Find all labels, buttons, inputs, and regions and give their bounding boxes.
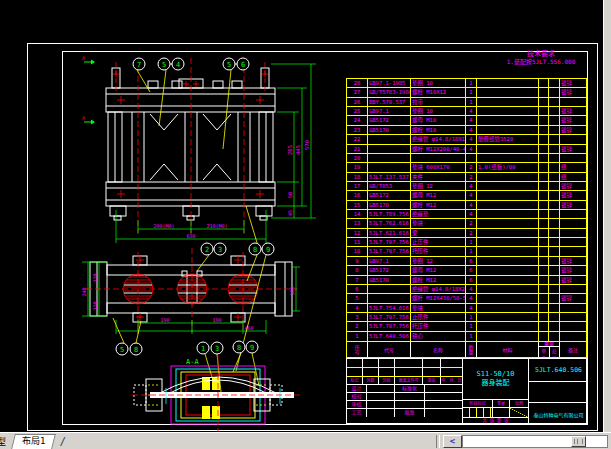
bom-header-qty: 数量: [466, 342, 477, 357]
bom-row: 26BBY.570.537拉带1: [347, 98, 586, 107]
plan-view: 240 120 120 185 190 190 460 2 3 8 9 5 8 …: [81, 243, 300, 392]
section-label: A-A: [186, 358, 199, 366]
svg-text:5: 5: [227, 61, 231, 69]
svg-text:445: 445: [295, 145, 301, 155]
model-cell: S11-50/10 器身装配: [463, 359, 528, 400]
svg-text:120: 120: [92, 273, 98, 282]
bom-row: 15JLT.640.506.1铁心1: [347, 332, 586, 341]
svg-text:190: 190: [160, 317, 169, 323]
svg-text:5: 5: [162, 61, 166, 69]
autocad-layout-canvas: { "notes": { "title": "技术要求", "line1": "…: [0, 0, 611, 449]
horizontal-scrollbar-thumb[interactable]: [571, 436, 586, 447]
bom-rows: 28GB97.1-1985垫圈 101镀锌27GB/T5783-1986螺栓 M…: [347, 79, 586, 341]
svg-text:120: 120: [92, 301, 98, 310]
drawing-title: 器身装配: [482, 379, 510, 388]
technical-notes: 技术要求 1.装配按5JLT.556.000: [493, 50, 589, 66]
sheet-count: 共 张 第 张: [463, 418, 528, 424]
revision-row: [347, 368, 462, 377]
revision-row: [347, 359, 462, 368]
bom-header-remark: 备注: [560, 342, 586, 357]
notes-title: 技术要求: [493, 50, 589, 58]
svg-text:9: 9: [250, 344, 254, 352]
svg-text:3: 3: [215, 345, 219, 353]
svg-text:570: 570: [304, 140, 310, 150]
svg-text:630: 630: [186, 233, 195, 239]
bom-row: 9GB97.1垫圈 126镀锌: [347, 257, 586, 266]
stage-header: 阶段标记 重量 比例: [463, 400, 528, 408]
bom-row: 19垫块 600X17021.0(纸板)/00组: [347, 163, 586, 172]
svg-text:8: 8: [134, 346, 138, 354]
svg-text:A: A: [82, 115, 85, 121]
bom-row: 20: [347, 154, 586, 163]
bom-row: 15GB5170螺栓 M124镀锌: [347, 201, 586, 210]
front-view: 265 50 45 445 570 200(M0) 210(M0) 630 A …: [82, 55, 316, 246]
bom-header-code: 代号: [368, 342, 411, 357]
svg-text:5: 5: [120, 346, 124, 354]
svg-text:4: 4: [176, 61, 180, 69]
bom-row: 5螺杆 M12X430/50-504镀锌: [347, 294, 586, 303]
bom-row: 45JLT.754.616.1垫块4: [347, 304, 586, 313]
bom-row: 24GB5172螺母 M104镀锌: [347, 116, 586, 125]
svg-text:200(M0): 200(M0): [153, 223, 174, 229]
section-cut-marks: A A: [82, 55, 95, 125]
plan-dimensions: [82, 262, 300, 334]
svg-text:1: 1: [201, 345, 205, 353]
bom-header-name: 名称: [411, 342, 466, 357]
svg-text:190: 190: [212, 317, 221, 323]
notes-line: 1.装配按5JLT.556.000: [493, 58, 589, 66]
scroll-left-button[interactable]: <: [443, 435, 462, 448]
bom-row: 125JLT.621.616.1梁2: [347, 229, 586, 238]
svg-text:240: 240: [81, 287, 87, 296]
svg-text:265: 265: [287, 145, 293, 155]
horizontal-scrollbar-track[interactable]: [462, 435, 608, 448]
stage-boxes: [463, 408, 528, 418]
bom-row: 145JLT.789.756.1绝缘垫4: [347, 210, 586, 219]
front-dim-text: 265 50 45 445 570 200(M0) 210(M0) 630: [153, 140, 310, 238]
bom-row: 16GB5172螺母 M124镀锌: [347, 191, 586, 200]
bom-row: 25JLT.707.756.2托压件1: [347, 322, 586, 331]
bom-header-material: 材料: [477, 342, 539, 357]
sign-row-check: 校对: [347, 393, 462, 401]
bom-row: 6绝缘管 φ14.8/18X2604: [347, 285, 586, 294]
tab-model-partial[interactable]: 型: [0, 435, 7, 448]
svg-text:8: 8: [253, 246, 257, 254]
svg-text:3: 3: [218, 246, 222, 254]
bom-row: 7GB5170螺栓 M126镀锌: [347, 276, 586, 285]
bom-row: 8GB5172螺母 M126镀锌: [347, 266, 586, 275]
svg-text:8: 8: [237, 344, 241, 352]
bom-row: 27GB/T5783-1986螺栓 M10X121镀锌: [347, 88, 586, 97]
bom-row: 17GB/T853垫圈 124镀锌: [347, 182, 586, 191]
bom-row: 105JLT.707.756.3托压件1: [347, 247, 586, 256]
title-block-empty-cell: [529, 382, 588, 403]
svg-text:185: 185: [289, 286, 295, 295]
tab-separator: /: [59, 435, 66, 448]
front-centerlines: [113, 58, 268, 234]
sign-row-audit: 审核: [347, 401, 462, 409]
bom-row: 21螺杆 M12X200/40-404镀锌: [347, 145, 586, 154]
right-window-strip: [603, 0, 611, 432]
bom-header-weight: 重量 单件 总计: [539, 342, 560, 357]
drawing-number: 5JLT.640.506: [529, 359, 588, 382]
revision-header: 标记 处数 分区 更改文件号 签名 年、月、日: [347, 377, 462, 385]
svg-text:460: 460: [244, 325, 253, 331]
layout-tab-bar: 型 布局1 / <: [0, 432, 611, 449]
tab-layout1[interactable]: 布局1: [11, 434, 56, 449]
svg-text:45: 45: [287, 210, 293, 216]
svg-text:7: 7: [137, 61, 141, 69]
plan-centerlines: [86, 248, 298, 332]
bom-row: 22绝缘管 φ14.8/18X1204酚醛纸管3520: [347, 135, 586, 144]
model-number: S11-50/10: [477, 370, 515, 379]
sign-row-design: 设计标准化: [347, 385, 462, 393]
svg-text:A: A: [82, 55, 85, 61]
bom-row: 35JLT.707.756.1止压件1: [347, 313, 586, 322]
front-dimensions: [116, 64, 316, 243]
bom-row: 25GB97.1垫圈 104镀锌: [347, 107, 586, 116]
bom-header-no: 序号: [347, 342, 368, 357]
bom-row: 185JLT.137.537夹件2组: [347, 173, 586, 182]
bom-table: 28GB97.1-1985垫圈 101镀锌27GB/T5783-1986螺栓 M…: [346, 78, 587, 342]
svg-text:210(M0): 210(M0): [206, 223, 227, 229]
svg-text:50: 50: [287, 192, 293, 198]
bom-row: 28GB97.1-1985垫圈 101镀锌: [347, 79, 586, 88]
bom-header-row: 序号 代号 名称 数量 材料 重量 单件 总计 备注: [346, 341, 587, 358]
title-block: 标记 处数 分区 更改文件号 签名 年、月、日 设计标准化 校对 审核 工艺批准…: [346, 358, 587, 424]
